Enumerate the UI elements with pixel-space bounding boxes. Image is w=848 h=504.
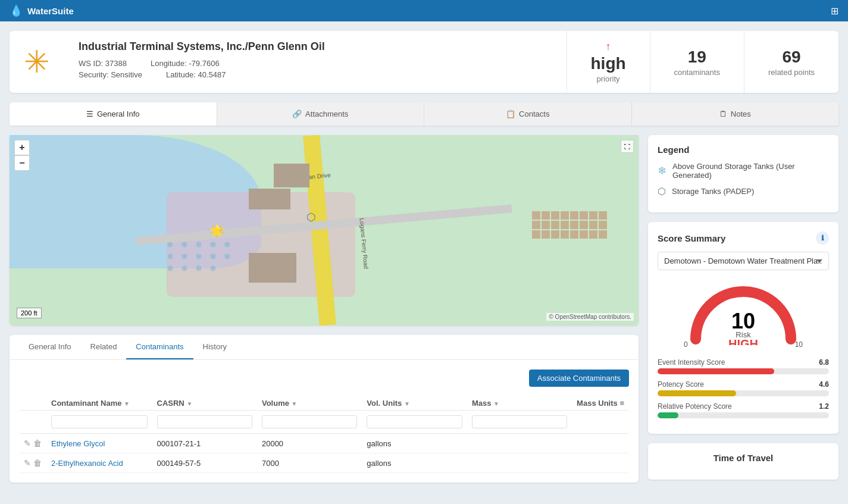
score-bar-name: Relative Potency Score (658, 402, 732, 411)
edit-icon[interactable]: ✎ (24, 439, 31, 448)
sort-arrow-5: ▼ (493, 400, 499, 407)
score-bar-name: Potency Score (658, 380, 704, 389)
score-bar-track (658, 412, 829, 418)
legend-item-1: ❄ Above Ground Storage Tanks (User Gener… (658, 162, 829, 180)
score-bar-track (658, 390, 829, 396)
contaminant-name-cell[interactable]: 2-Ethylhexanoic Acid (46, 453, 152, 473)
tab-nav-bar: ☰ General Info 🔗 Attachments 📋 Contacts … (10, 102, 838, 126)
related-value: 69 (782, 48, 800, 67)
grid-icon[interactable]: ⊞ (831, 5, 838, 17)
general-info-icon: ☰ (86, 109, 93, 118)
gauge-axis: 0 10 (684, 340, 803, 349)
filter-casrn[interactable] (157, 415, 252, 428)
map-attribution: © OpenStreetMap contributors. (546, 313, 634, 321)
contaminant-name-cell[interactable]: Ethylene Glycol (46, 434, 152, 453)
sub-tabs: General Info Related Contaminants Histor… (10, 335, 639, 483)
casrn-cell: 000107-21-1 (152, 434, 257, 453)
map-fullscreen-btn[interactable]: ⛶ (621, 140, 634, 153)
col-options-icon: ≡ (619, 399, 624, 408)
map[interactable]: Logan Drive Logans Ferry Road (10, 135, 639, 325)
tab-notes[interactable]: 🗒 Notes (632, 102, 839, 126)
col-casrn[interactable]: CASRN ▼ (152, 394, 257, 411)
related-label: related points (768, 68, 815, 77)
col-vol-units[interactable]: Vol. Units ▼ (362, 394, 467, 411)
sub-tab-related[interactable]: Related (81, 335, 127, 359)
contacts-icon: 📋 (506, 109, 515, 118)
header-meta-2: Security: Sensitive Latitude: 40.5487 (79, 70, 552, 79)
score-bar-track (658, 368, 829, 374)
filter-volume[interactable] (262, 415, 357, 428)
casrn-cell: 000149-57-5 (152, 453, 257, 473)
filter-mass[interactable] (472, 415, 567, 428)
sub-tab-history[interactable]: History (193, 335, 236, 359)
tab-contacts[interactable]: 📋 Contacts (424, 102, 632, 126)
row-actions: ✎ 🗑 (19, 453, 46, 473)
score-summary-title: Score Summary (658, 233, 725, 243)
gauge-min: 0 (684, 340, 688, 349)
filter-vol-units[interactable] (367, 415, 462, 428)
map-scale: 200 ft (17, 308, 42, 318)
sub-tab-contaminants[interactable]: Contaminants (126, 335, 193, 359)
score-dropdown[interactable]: Demotown - Demotown Water Treatment Pla.… (658, 252, 829, 270)
facility-name: Industrial Terminal Systems, Inc./Penn G… (79, 40, 552, 53)
map-zoom-in[interactable]: + (14, 140, 30, 155)
score-bar-label: Potency Score 4.6 (658, 380, 829, 389)
brand: 💧 WaterSuite (10, 4, 74, 17)
delete-icon[interactable]: 🗑 (33, 458, 42, 468)
score-bar-fill (658, 412, 678, 418)
col-volume[interactable]: Volume ▼ (257, 394, 362, 411)
score-summary-card: Score Summary ℹ Demotown - Demotown Wate… (648, 222, 838, 434)
col-mass-units[interactable]: Mass Units ≡ (572, 394, 629, 411)
top-nav: 💧 WaterSuite ⊞ (0, 0, 848, 21)
score-bar-row: Event Intensity Score 6.8 (658, 358, 829, 374)
score-bar-value: 6.8 (819, 358, 829, 367)
filter-name[interactable] (51, 415, 148, 428)
mass-cell (467, 453, 572, 473)
security-label: Security: (79, 70, 109, 79)
tab-navigation: ☰ General Info 🔗 Attachments 📋 Contacts … (10, 102, 838, 126)
score-bar-label: Event Intensity Score 6.8 (658, 358, 829, 367)
tab-attachments[interactable]: 🔗 Attachments (217, 102, 425, 126)
security-value: Sensitive (111, 70, 142, 79)
table-row: ✎ 🗑 2-Ethylhexanoic Acid 000149-57-5 700… (19, 453, 629, 473)
map-hex-marker: ⬡ (306, 211, 316, 224)
score-bar-fill (658, 390, 736, 396)
delete-icon[interactable]: 🗑 (33, 439, 42, 448)
map-building-2 (249, 189, 290, 209)
ws-id-value: 37388 (105, 59, 127, 68)
score-bar-name: Event Intensity Score (658, 358, 725, 367)
volume-cell: 7000 (257, 453, 362, 473)
gauge-max: 10 (795, 340, 803, 349)
sort-arrow-4: ▼ (404, 400, 410, 407)
score-bar-fill (658, 368, 774, 374)
facility-icon: ✳ (24, 46, 50, 77)
mass-units-cell (572, 453, 629, 473)
legend-label-1: Above Ground Storage Tanks (User Generat… (672, 162, 829, 180)
map-building-3 (249, 253, 296, 283)
tab-general-info[interactable]: ☰ General Info (10, 102, 217, 126)
sub-tab-general-info[interactable]: General Info (19, 335, 81, 359)
tab-attachments-label: Attachments (305, 109, 348, 118)
latitude-value: 40.5487 (198, 70, 226, 79)
associate-contaminants-button[interactable]: Associate Contaminants (529, 370, 629, 387)
road-label-2: Logans Ferry Road (358, 218, 369, 269)
map-zoom-out[interactable]: − (14, 155, 30, 171)
priority-stat: ↑ high priority (567, 31, 650, 93)
col-contaminant-name[interactable]: Contaminant Name ▼ (46, 394, 152, 411)
gauge-svg: 10 Risk HIGH (684, 280, 803, 345)
col-mass[interactable]: Mass ▼ (467, 394, 572, 411)
tab-contacts-label: Contacts (519, 109, 549, 118)
header-info: Industrial Terminal Systems, Inc./Penn G… (64, 31, 567, 93)
priority-value: high (591, 54, 626, 73)
gauge-value-text: 10 (731, 309, 755, 333)
header-logo: ✳ (10, 31, 64, 93)
edit-icon[interactable]: ✎ (24, 458, 31, 468)
score-info-icon[interactable]: ℹ (816, 231, 829, 245)
table-row: ✎ 🗑 Ethylene Glycol 000107-21-1 20000 ga… (19, 434, 629, 453)
notes-icon: 🗒 (719, 109, 727, 118)
score-bar-row: Potency Score 4.6 (658, 380, 829, 396)
map-building-1 (274, 164, 309, 187)
security: Security: Sensitive (79, 70, 142, 79)
row-actions: ✎ 🗑 (19, 434, 46, 453)
legend-label-2: Storage Tanks (PADEP) (672, 187, 754, 196)
